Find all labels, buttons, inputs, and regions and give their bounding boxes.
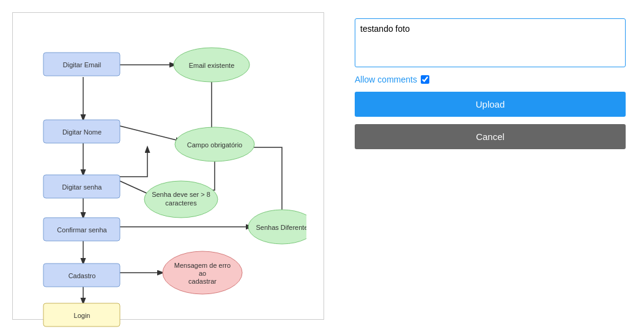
node-confirmar-senha: Confirmar senha [43, 218, 120, 241]
node-digitar-nome: Digitar Nome [43, 120, 120, 143]
allow-comments-checkbox[interactable] [421, 75, 429, 84]
svg-text:Mensagem de erro: Mensagem de erro [174, 262, 231, 269]
svg-text:Senha deve ser > 8: Senha deve ser > 8 [152, 191, 210, 198]
svg-text:cadastrar: cadastrar [188, 278, 217, 285]
svg-text:Senhas Diferente: Senhas Diferente [256, 224, 307, 231]
allow-comments-label: Allow comments [355, 75, 417, 84]
node-login: Login [43, 303, 120, 326]
svg-text:Confirmar senha: Confirmar senha [57, 226, 107, 234]
svg-text:ao: ao [199, 270, 206, 277]
cancel-button[interactable]: Cancel [355, 124, 626, 149]
flowchart-panel: Digitar Email Email existente Digitar No… [12, 12, 324, 320]
svg-text:Campo obrigatório: Campo obrigatório [187, 141, 243, 149]
svg-text:Digitar senha: Digitar senha [62, 183, 103, 191]
svg-text:Cadastro: Cadastro [68, 272, 96, 279]
upload-panel: Allow comments Upload Cancel [336, 6, 644, 332]
svg-text:Email existente: Email existente [189, 62, 235, 69]
svg-text:caracteres: caracteres [165, 199, 197, 207]
node-senhas-diferente: Senhas Diferente [248, 210, 306, 244]
svg-text:Digitar Email: Digitar Email [63, 61, 101, 68]
node-cadastro: Cadastro [43, 264, 120, 287]
node-digitar-senha: Digitar senha [43, 175, 120, 198]
upload-button[interactable]: Upload [355, 92, 626, 117]
node-digitar-email: Digitar Email [43, 53, 120, 76]
svg-text:Digitar Nome: Digitar Nome [62, 128, 102, 136]
description-textarea[interactable] [355, 18, 626, 67]
node-campo-obrigatorio: Campo obrigatório [175, 127, 254, 161]
node-mensagem-erro: Mensagem de erro ao cadastrar [163, 251, 242, 294]
node-senha-deve-ser: Senha deve ser > 8 caracteres [144, 181, 218, 218]
flowchart-svg: Digitar Email Email existente Digitar No… [25, 25, 306, 331]
node-email-existente: Email existente [174, 48, 250, 82]
svg-text:Login: Login [74, 312, 91, 319]
allow-comments-row: Allow comments [355, 75, 626, 84]
svg-line-4 [120, 126, 181, 141]
